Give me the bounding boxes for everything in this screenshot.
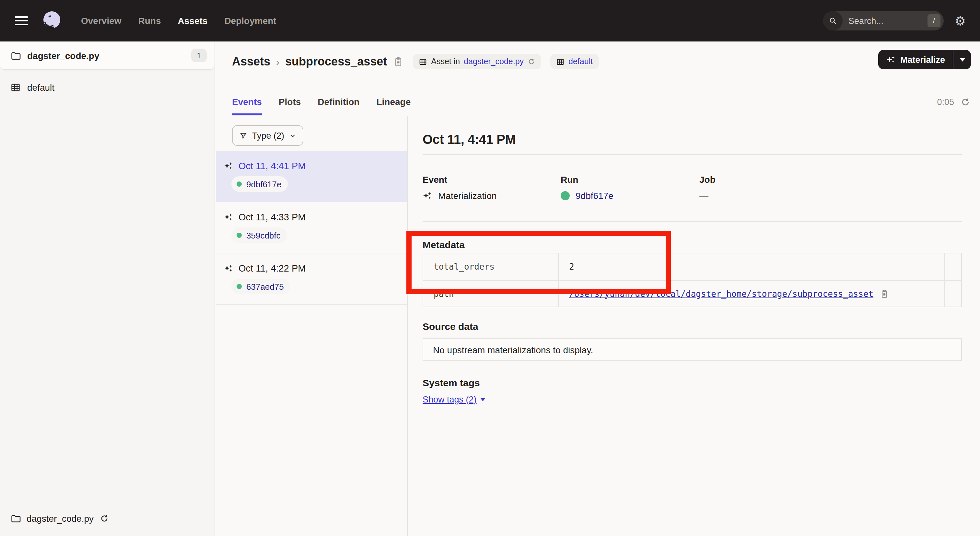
job-column-label: Job bbox=[699, 174, 962, 185]
sidebar-item-group-default[interactable]: default bbox=[0, 75, 215, 100]
sidebar: dagster_code.py 1 default dagster_code.p… bbox=[0, 41, 215, 536]
run-status-dot bbox=[237, 233, 242, 238]
folder-icon bbox=[10, 50, 21, 60]
materialize-options-button[interactable] bbox=[953, 58, 971, 61]
materialization-sparkle-icon bbox=[224, 264, 233, 273]
run-column-label: Run bbox=[561, 174, 699, 185]
materialize-label: Materialize bbox=[900, 55, 945, 65]
gear-icon[interactable]: ⚙ bbox=[955, 14, 966, 27]
event-detail-title: Oct 11, 4:41 PM bbox=[423, 132, 962, 147]
event-list-item[interactable]: Oct 11, 4:22 PM 637aed75 bbox=[216, 253, 407, 305]
metadata-heading: Metadata bbox=[423, 239, 962, 250]
metadata-key: total_orders bbox=[423, 253, 558, 280]
asset-tabs: Events Plots Definition Lineage bbox=[232, 97, 410, 115]
reload-icon[interactable] bbox=[100, 514, 108, 523]
breadcrumb-assets-link[interactable]: Assets bbox=[232, 55, 270, 68]
source-data-heading: Source data bbox=[423, 321, 962, 332]
caret-down-icon bbox=[480, 398, 486, 401]
event-column-label: Event bbox=[423, 174, 561, 185]
metadata-key: path bbox=[423, 280, 558, 307]
source-data-empty-message: No upstream materializations to display. bbox=[433, 345, 593, 355]
page-header: Assets › subprocess_asset Asset in dagst… bbox=[216, 41, 980, 115]
nav-item-assets[interactable]: Assets bbox=[178, 16, 208, 26]
chevron-down-icon bbox=[289, 132, 296, 139]
asset-group-chip[interactable]: default bbox=[550, 54, 598, 69]
reload-location-icon[interactable] bbox=[528, 58, 535, 65]
path-link[interactable]: /Users/yuhan/dev/local/dagster_home/stor… bbox=[569, 289, 873, 299]
divider bbox=[423, 154, 962, 155]
copy-asset-name-icon[interactable] bbox=[393, 56, 404, 67]
event-date: Oct 11, 4:22 PM bbox=[239, 263, 305, 274]
tab-lineage[interactable]: Lineage bbox=[376, 97, 410, 115]
top-nav: Overview Runs Assets Deployment Search..… bbox=[0, 0, 980, 41]
filter-icon bbox=[239, 131, 248, 140]
materialization-sparkle-icon bbox=[224, 161, 233, 171]
type-filter-button[interactable]: Type (2) bbox=[232, 125, 303, 146]
run-status-dot bbox=[561, 191, 570, 200]
tab-plots[interactable]: Plots bbox=[279, 97, 301, 115]
search-input[interactable]: Search... / bbox=[823, 11, 944, 30]
event-list-item[interactable]: Oct 11, 4:41 PM 9dbf617e bbox=[216, 151, 407, 202]
tab-definition[interactable]: Definition bbox=[318, 97, 360, 115]
materialization-sparkle-icon bbox=[224, 212, 233, 222]
dagster-app: Overview Runs Assets Deployment Search..… bbox=[0, 0, 980, 536]
job-value: — bbox=[699, 191, 708, 201]
run-id: 359cdbfc bbox=[246, 231, 281, 240]
run-id-pill[interactable]: 359cdbfc bbox=[231, 227, 287, 243]
page-title: subprocess_asset bbox=[285, 55, 387, 68]
breadcrumb-separator: › bbox=[276, 56, 279, 67]
table-row: total_orders 2 bbox=[423, 253, 961, 280]
run-id-pill[interactable]: 637aed75 bbox=[231, 279, 290, 294]
asset-count-badge: 1 bbox=[191, 49, 207, 62]
events-list-panel: Type (2) Oct 11, 4:41 PM 9dbf617e Oct 11… bbox=[216, 116, 408, 536]
copy-path-icon[interactable] bbox=[879, 289, 889, 299]
divider bbox=[423, 221, 962, 222]
dagster-logo[interactable] bbox=[39, 8, 65, 34]
table-row: path /Users/yuhan/dev/local/dagster_home… bbox=[423, 280, 961, 307]
event-date: Oct 11, 4:33 PM bbox=[239, 212, 305, 222]
show-tags-label: Show tags (2) bbox=[423, 395, 477, 404]
nav-item-overview[interactable]: Overview bbox=[81, 16, 121, 26]
refresh-icon[interactable] bbox=[961, 97, 970, 107]
asset-location-chip[interactable]: Asset in dagster_code.py bbox=[413, 54, 541, 69]
event-detail-panel: Oct 11, 4:41 PM Event Materialization Ru… bbox=[408, 116, 980, 536]
source-data-empty-state: No upstream materializations to display. bbox=[423, 338, 962, 361]
footer-code-location-label: dagster_code.py bbox=[27, 513, 94, 523]
search-shortcut-key: / bbox=[928, 14, 940, 27]
materialization-sparkle-icon bbox=[423, 191, 432, 200]
run-link[interactable]: 9dbf617e bbox=[576, 191, 614, 201]
asset-icon bbox=[419, 57, 427, 66]
event-date: Oct 11, 4:41 PM bbox=[239, 161, 305, 171]
system-tags-heading: System tags bbox=[423, 377, 962, 388]
run-id: 637aed75 bbox=[246, 282, 284, 291]
asset-group-icon bbox=[556, 57, 565, 66]
code-location-label: dagster_code.py bbox=[27, 50, 100, 60]
run-status-dot bbox=[237, 181, 242, 187]
materialize-button[interactable]: Materialize bbox=[878, 50, 971, 69]
event-list-item[interactable]: Oct 11, 4:33 PM 359cdbfc bbox=[216, 202, 407, 253]
search-placeholder: Search... bbox=[848, 16, 883, 25]
materialization-sparkle-icon bbox=[886, 55, 896, 65]
nav-item-deployment[interactable]: Deployment bbox=[224, 16, 276, 26]
run-id-pill[interactable]: 9dbf617e bbox=[231, 176, 288, 192]
group-link[interactable]: default bbox=[568, 57, 593, 66]
sidebar-footer-code-location[interactable]: dagster_code.py bbox=[0, 500, 215, 536]
breadcrumb: Assets › subprocess_asset Asset in dagst… bbox=[232, 54, 980, 69]
menu-icon[interactable] bbox=[15, 16, 28, 25]
refresh-timer: 0:05 bbox=[937, 97, 954, 107]
show-tags-toggle[interactable]: Show tags (2) bbox=[423, 395, 486, 404]
chip-prefix: Asset in bbox=[431, 57, 460, 66]
folder-icon bbox=[10, 513, 21, 523]
sidebar-item-code-location[interactable]: dagster_code.py 1 bbox=[0, 41, 215, 70]
event-type-value: Materialization bbox=[438, 191, 497, 201]
caret-down-icon bbox=[959, 58, 965, 61]
refresh-area: 0:05 bbox=[937, 97, 970, 107]
code-location-link[interactable]: dagster_code.py bbox=[464, 57, 524, 66]
metadata-table: total_orders 2 path /Users/yuhan/dev/loc… bbox=[423, 253, 962, 307]
asset-group-icon bbox=[10, 82, 21, 93]
nav-item-runs[interactable]: Runs bbox=[138, 16, 161, 26]
run-id: 9dbf617e bbox=[246, 179, 281, 189]
metadata-extra-cell bbox=[945, 253, 961, 280]
tab-events[interactable]: Events bbox=[232, 97, 262, 115]
primary-nav: Overview Runs Assets Deployment bbox=[81, 16, 277, 26]
